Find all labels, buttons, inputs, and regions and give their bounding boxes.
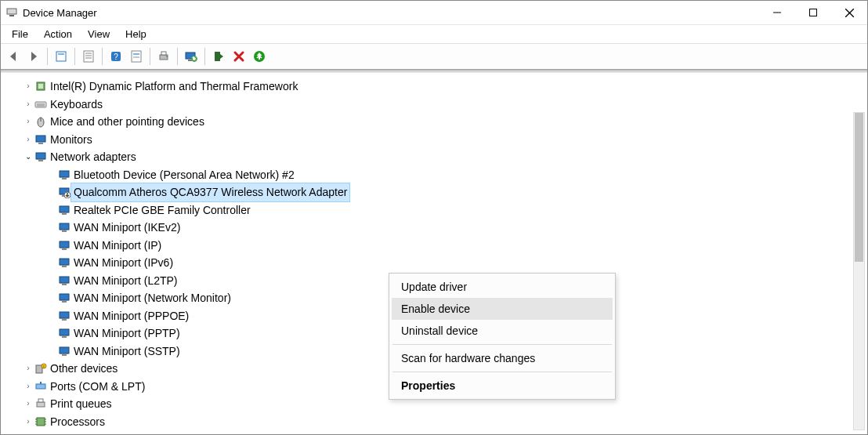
svg-rect-62 — [60, 312, 69, 318]
collapse-icon[interactable]: ⌄ — [23, 148, 34, 166]
svg-rect-44 — [60, 206, 69, 212]
tree-node-label: WAN Miniport (IP) — [71, 237, 164, 255]
port-icon — [34, 380, 48, 393]
tree-node[interactable]: ›Realtek PCIe GBE Family Controller — [1, 201, 867, 219]
context-menu-separator — [392, 344, 612, 345]
minimize-button[interactable] — [759, 1, 795, 24]
expand-icon[interactable]: › — [23, 413, 34, 431]
svg-rect-63 — [62, 319, 67, 321]
svg-rect-58 — [60, 283, 68, 284]
enable-device-icon[interactable] — [209, 47, 228, 66]
tree-node[interactable]: ›WAN Miniport (IKEv2) — [1, 219, 867, 237]
svg-rect-70 — [60, 353, 68, 354]
svg-rect-17 — [160, 55, 168, 60]
caret-spacer: › — [46, 324, 57, 343]
help-icon[interactable]: ? — [107, 47, 125, 66]
menu-action[interactable]: Action — [36, 27, 80, 42]
monitor-refresh-icon[interactable] — [182, 47, 201, 66]
svg-rect-57 — [62, 284, 67, 285]
tree-node-label: Processors — [48, 413, 107, 431]
close-button[interactable] — [831, 1, 867, 24]
print-icon[interactable] — [154, 47, 173, 66]
svg-point-19 — [166, 56, 168, 57]
tree-node-label: Qualcomm Atheros QCA9377 Wireless Networ… — [71, 183, 349, 201]
svg-rect-60 — [62, 301, 67, 303]
tree-node[interactable]: ›Keyboards — [1, 96, 867, 114]
caret-spacer: › — [46, 201, 57, 219]
svg-rect-33 — [38, 143, 43, 144]
context-menu-item[interactable]: Uninstall device — [392, 320, 613, 342]
svg-rect-68 — [60, 347, 69, 353]
tree-node[interactable]: ›Intel(R) Dynamic Platform and Thermal F… — [1, 78, 867, 96]
context-menu-item[interactable]: Enable device — [392, 298, 613, 320]
tree-node-label: Keyboards — [48, 96, 105, 114]
tree-node[interactable]: ›WAN Miniport (IPv6) — [1, 254, 867, 272]
back-icon[interactable] — [4, 47, 23, 66]
tree-node-label: WAN Miniport (IPv6) — [71, 254, 175, 272]
tree-node-label: Ports (COM & LPT) — [48, 378, 147, 396]
menu-file[interactable]: File — [4, 27, 36, 42]
network-icon — [57, 345, 71, 357]
monitor-icon — [34, 133, 48, 146]
toolbar-separator — [102, 48, 103, 65]
caret-spacer: › — [46, 254, 57, 272]
toolbar-separator — [204, 48, 205, 65]
expand-icon[interactable]: › — [23, 78, 34, 96]
svg-rect-45 — [62, 213, 67, 215]
svg-rect-34 — [36, 153, 45, 159]
disable-x-icon[interactable] — [230, 47, 248, 66]
scan-hardware-icon[interactable] — [250, 47, 269, 66]
network-icon — [57, 310, 71, 322]
toolbar: ? — [1, 44, 867, 70]
svg-rect-35 — [38, 160, 43, 161]
app-icon — [5, 6, 18, 19]
svg-rect-36 — [37, 159, 45, 160]
menu-view[interactable]: View — [80, 27, 118, 42]
context-menu-item[interactable]: Update driver — [392, 276, 613, 298]
tree-node[interactable]: ›Processors — [1, 413, 867, 431]
tree-node-label: WAN Miniport (L2TP) — [71, 272, 180, 290]
tree-node[interactable]: ›Monitors — [1, 131, 867, 149]
update-drivers-sheet-icon[interactable] — [127, 47, 146, 66]
toolbar-separator — [150, 48, 150, 65]
expand-icon[interactable]: › — [23, 96, 34, 114]
tree-node[interactable]: ›Mice and other pointing devices — [1, 113, 867, 131]
forward-icon[interactable] — [24, 47, 43, 66]
svg-rect-61 — [60, 300, 68, 301]
svg-rect-75 — [40, 382, 42, 384]
caret-spacer: › — [46, 219, 57, 237]
expand-icon[interactable]: › — [23, 360, 34, 378]
maximize-button[interactable] — [795, 1, 831, 24]
svg-text:?: ? — [114, 53, 118, 61]
properties-sheet-icon[interactable] — [79, 47, 98, 66]
expand-icon[interactable]: › — [23, 395, 34, 413]
expand-icon[interactable]: › — [23, 378, 34, 396]
svg-rect-65 — [60, 329, 69, 335]
svg-rect-52 — [60, 248, 68, 248]
tree-node[interactable]: ›Qualcomm Atheros QCA9377 Wireless Netwo… — [1, 183, 867, 201]
window-controls — [759, 1, 867, 24]
expand-icon[interactable]: › — [23, 113, 34, 131]
context-menu-item[interactable]: Properties — [392, 375, 613, 397]
svg-rect-0 — [7, 9, 16, 14]
svg-rect-49 — [60, 230, 68, 230]
svg-rect-3 — [810, 9, 817, 16]
expand-icon[interactable]: › — [23, 131, 34, 149]
svg-rect-38 — [62, 178, 67, 179]
svg-rect-37 — [60, 171, 69, 177]
scrollbar-thumb[interactable] — [855, 113, 863, 262]
tree-node-label: Other devices — [48, 360, 120, 378]
tree-node-label: WAN Miniport (PPTP) — [71, 324, 183, 343]
tree-node[interactable]: ›Bluetooth Device (Personal Area Network… — [1, 166, 867, 184]
svg-rect-48 — [62, 230, 67, 232]
context-menu-item[interactable]: Scan for hardware changes — [392, 347, 613, 369]
tree-node-label: Bluetooth Device (Personal Area Network)… — [71, 166, 297, 184]
menu-help[interactable]: Help — [118, 27, 154, 42]
svg-text:!: ! — [43, 364, 44, 369]
tree-node-label: Intel(R) Dynamic Platform and Thermal Fr… — [48, 78, 300, 96]
tree-node[interactable]: ›WAN Miniport (IP) — [1, 237, 867, 255]
tree-node[interactable]: ⌄Network adapters — [1, 148, 867, 166]
svg-rect-64 — [60, 318, 68, 319]
vertical-scrollbar[interactable] — [853, 112, 865, 430]
show-hidden-icon[interactable] — [52, 47, 71, 66]
